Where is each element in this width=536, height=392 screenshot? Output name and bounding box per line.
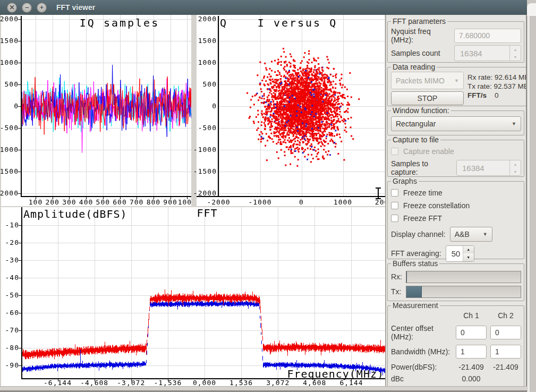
fft-averaging-label: FFT averaging: bbox=[391, 249, 441, 258]
fft-plot bbox=[0, 207, 385, 386]
nyquist-freq-label: Nyquist freq (MHz): bbox=[391, 27, 454, 44]
tx-buffer-label: Tx: bbox=[391, 287, 406, 296]
window-function-group: Window function: Rectangular ▼ bbox=[387, 106, 524, 135]
rx-buffer-label: Rx: bbox=[391, 272, 406, 281]
center-offset-ch1-field[interactable]: 0 bbox=[456, 326, 487, 339]
freeze-fft-label: Freeze FFT bbox=[403, 214, 442, 223]
ch2-header: Ch 2 bbox=[490, 311, 521, 323]
iq-samples-and-constellation-plot bbox=[0, 15, 385, 206]
ffts-value: 0 bbox=[495, 91, 499, 99]
buffers-status-group: Buffers status Rx: Tx: bbox=[387, 259, 524, 301]
capture-to-file-title: Capture to file bbox=[391, 135, 440, 144]
samples-count-label: Samples count bbox=[391, 49, 454, 57]
display-channel-value: A&B bbox=[455, 230, 470, 238]
buffers-status-title: Buffers status bbox=[391, 259, 439, 268]
samples-to-capture-stepper[interactable]: 16384 ▲ ▼ bbox=[456, 160, 521, 176]
spin-down-icon[interactable]: ▼ bbox=[510, 168, 521, 175]
fft-averaging-value: 50 bbox=[446, 246, 463, 261]
rx-buffer-progressbar bbox=[406, 271, 521, 283]
ch1-header: Ch 1 bbox=[456, 311, 487, 323]
window-function-title: Window function: bbox=[391, 106, 451, 115]
stop-button[interactable]: STOP bbox=[391, 91, 464, 105]
tx-rate-value: 92.537 MB/ bbox=[494, 82, 526, 90]
fft-viewer-window: ✕ − + FFT viewer FFT parameters Nyquist … bbox=[0, 0, 536, 392]
freeze-constellation-checkbox[interactable] bbox=[391, 202, 398, 209]
display-channel-label: Display channel: bbox=[391, 230, 446, 238]
freeze-time-label: Freeze time bbox=[403, 189, 443, 197]
chevron-down-icon: ▼ bbox=[512, 121, 516, 126]
rx-rate-label: Rx rate: bbox=[467, 73, 492, 81]
freeze-constellation-label: Freeze constellation bbox=[403, 201, 470, 210]
capture-enable-label: Capture enable bbox=[403, 147, 454, 156]
samples-count-stepper[interactable]: 16384 ▲ ▼ bbox=[454, 45, 521, 61]
tx-rate-label: Tx rate: bbox=[467, 82, 492, 90]
dbc-label: dBc bbox=[391, 374, 456, 383]
measurement-group: Measurement Ch 1 Ch 2 Center offset (MHz… bbox=[387, 301, 524, 388]
display-channel-dropdown[interactable]: A&B ▼ bbox=[450, 227, 492, 242]
maximize-icon[interactable]: + bbox=[37, 3, 47, 13]
bandwidth-ch2-field[interactable]: 1 bbox=[490, 345, 521, 359]
rx-progress-fill bbox=[406, 271, 407, 283]
spin-up-icon[interactable]: ▲ bbox=[510, 46, 521, 53]
title-bar[interactable]: ✕ − + FFT viewer bbox=[0, 0, 527, 15]
minimize-icon[interactable]: − bbox=[22, 3, 32, 13]
graphs-group: Graphs Freeze time Freeze constellation … bbox=[387, 177, 524, 259]
nyquist-freq-field[interactable]: 7.680000 bbox=[454, 29, 521, 43]
data-source-value: Packets MIMO bbox=[396, 76, 445, 85]
tx-progress-fill bbox=[406, 286, 422, 297]
measurement-title: Measurement bbox=[391, 301, 440, 310]
bandwidth-label: Bandwidth (MHz): bbox=[391, 347, 456, 356]
bandwidth-ch1-field[interactable]: 1 bbox=[456, 345, 487, 359]
samples-count-value: 16384 bbox=[455, 46, 509, 61]
data-source-dropdown[interactable]: Packets MIMO ▼ bbox=[391, 72, 464, 89]
close-icon[interactable]: ✕ bbox=[7, 3, 17, 13]
fft-parameters-group: FFT parameters Nyquist freq (MHz): 7.680… bbox=[387, 17, 524, 63]
spin-down-icon[interactable]: ▼ bbox=[510, 53, 521, 61]
window-function-dropdown[interactable]: Rectangular ▼ bbox=[391, 116, 521, 131]
capture-enable-checkbox[interactable] bbox=[391, 148, 398, 155]
graphs-title: Graphs bbox=[391, 177, 419, 185]
background-window-strip bbox=[527, 0, 536, 392]
capture-to-file-group: Capture to file Capture enable Samples t… bbox=[387, 135, 524, 177]
fft-parameters-title: FFT parameters bbox=[391, 17, 447, 25]
spin-up-icon[interactable]: ▲ bbox=[510, 160, 521, 168]
window-title: FFT viewer bbox=[56, 3, 95, 12]
power-ch1-value: -21.409 bbox=[456, 363, 487, 371]
chevron-down-icon: ▼ bbox=[483, 232, 488, 237]
center-offset-label: Center offset (MHz): bbox=[391, 324, 456, 341]
window-right-border bbox=[526, 15, 527, 392]
fft-averaging-stepper[interactable]: 50 ▲ ▼ bbox=[446, 245, 474, 262]
data-reading-title: Data reading bbox=[391, 63, 437, 71]
text-cursor-icon bbox=[375, 187, 382, 200]
window-function-value: Rectangular bbox=[396, 120, 436, 128]
freeze-fft-checkbox[interactable] bbox=[391, 215, 398, 222]
samples-to-capture-value: 16384 bbox=[457, 160, 509, 175]
spin-up-icon[interactable]: ▲ bbox=[463, 246, 474, 254]
freeze-time-checkbox[interactable] bbox=[391, 189, 398, 197]
ffts-label: FFT/s bbox=[467, 91, 487, 99]
power-label: Power(dbFS): bbox=[391, 363, 456, 371]
samples-to-capture-label: Samples to capture: bbox=[391, 159, 456, 176]
dbc-ch1-value: 0.000 bbox=[456, 374, 487, 383]
spin-down-icon[interactable]: ▼ bbox=[463, 253, 474, 261]
chevron-down-icon: ▼ bbox=[454, 78, 459, 83]
center-offset-ch2-field[interactable]: 0 bbox=[490, 326, 521, 339]
rx-rate-value: 92.614 MB/ bbox=[495, 73, 526, 81]
data-reading-group: Data reading Packets MIMO ▼ STOP Rx rate… bbox=[387, 63, 526, 106]
control-panel: FFT parameters Nyquist freq (MHz): 7.680… bbox=[386, 15, 526, 390]
tx-buffer-progressbar bbox=[406, 286, 521, 298]
power-ch2-value: -21.409 bbox=[490, 363, 521, 371]
